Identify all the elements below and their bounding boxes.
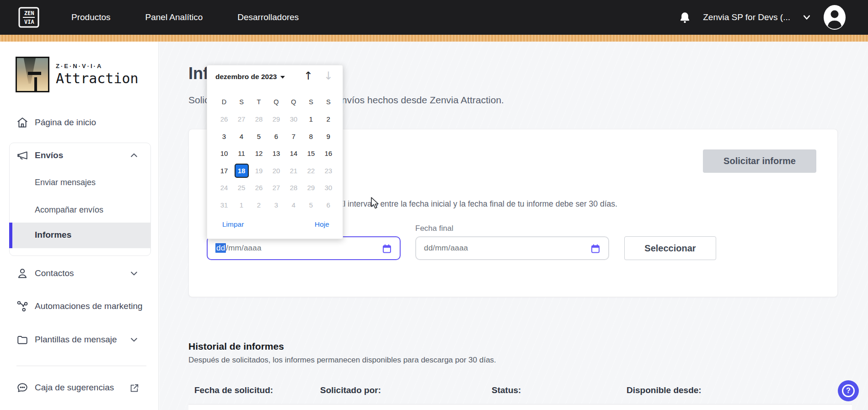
clear-link[interactable]: Limpar [222,220,244,229]
calendar-day[interactable]: 6 [274,133,278,140]
calendar-day[interactable]: 11 [238,149,245,157]
calendar-day[interactable]: 12 [255,149,263,157]
calendar-day[interactable]: 9 [327,133,330,140]
chevron-down-icon[interactable] [802,13,811,22]
sidebar-item-caja-sugerencias[interactable]: Caja de sugerencias [0,378,159,398]
calendar-day: 26 [220,115,228,123]
next-month-button-disabled[interactable]: ↓ [321,68,336,84]
nav-item-panel-analitico[interactable]: Panel Analítico [128,12,220,22]
sidebar-item-enviar-mensajes[interactable]: Enviar mensajes [35,178,96,187]
calendar-day: 19 [255,167,263,175]
weekday-label: D [222,98,226,106]
megaphone-icon [16,149,28,161]
column-header-disponible-desde: Disponible desde: [627,385,702,395]
datepicker-popup: dezembro de 2023 ↑ ↓ D S T Q Q S S 26272… [207,65,343,239]
main-menu: Productos Panel Analítico Desarrolladore… [54,12,316,22]
calendar-day[interactable]: 14 [290,149,298,157]
calendar-day: 20 [273,167,280,175]
weekday-label: T [257,98,261,106]
user-avatar-icon[interactable] [823,5,846,30]
sidebar-item-informes-active[interactable]: Informes [9,223,151,248]
account-switcher[interactable]: Zenvia SP for Devs (... [703,12,790,22]
calendar-day: 5 [309,201,313,209]
month-selector[interactable]: dezembro de 2023 [215,73,285,81]
calendar-day: 1 [240,201,243,209]
calendar-day: 31 [220,201,228,209]
calendar-day: 25 [238,184,246,192]
table-first-row [188,404,852,410]
calendar-day: 26 [255,184,263,192]
calendar-day[interactable]: 3 [222,133,226,140]
fecha-inicial-input[interactable]: dd/mm/aaaa [207,236,401,260]
brand-text: Z·E·N·V·I·A Attraction [56,63,139,86]
sidebar-item-envios[interactable]: Envíos [0,145,159,165]
calendar-day: 3 [274,201,278,209]
weekday-label: S [239,98,244,106]
calendar-day[interactable]: 17 [220,167,228,175]
calendar-day[interactable]: 7 [292,133,295,140]
sidebar-item-label: Plantillas de mensaje [35,335,117,345]
calendar-day[interactable]: 4 [240,133,243,140]
sidebar: Z·E·N·V·I·A Attraction Página de inicio … [0,42,159,410]
history-title: Historial de informes [188,341,284,352]
nav-item-productos[interactable]: Productos [54,12,128,22]
help-button[interactable]: ? [838,380,859,401]
day-segment-selected[interactable]: dd [215,243,226,253]
calendar-day[interactable]: 15 [307,149,315,157]
column-header-solicitado-por: Solicitado por: [320,385,381,395]
fecha-final-input[interactable]: dd/mm/aaaa [415,236,609,260]
weekday-row: D S T Q Q S S [215,95,337,109]
svg-text:VIA: VIA [24,19,34,25]
seleccionar-button[interactable]: Seleccionar [624,236,716,260]
nav-item-desarrolladores[interactable]: Desarrolladores [220,12,316,22]
sidebar-item-label: Caja de sugerencias [35,383,114,393]
attraction-brand-logo[interactable]: Z·E·N·V·I·A Attraction [16,57,139,92]
person-icon [16,267,28,279]
question-mark-icon: ? [842,384,855,397]
home-icon [16,117,28,128]
calendar-day[interactable]: 13 [273,149,280,157]
calendar-icon[interactable] [381,243,392,254]
calendar-day: 23 [325,167,332,175]
sidebar-item-automaciones[interactable]: Automaciones de marketing [0,296,159,316]
calendar-day: 27 [273,184,280,192]
calendar-day[interactable]: 1 [309,115,313,123]
previous-month-button[interactable]: ↑ [300,68,316,84]
sidebar-item-acompanar-envios[interactable]: Acompañar envíos [35,205,103,215]
calendar-day[interactable]: 2 [327,115,330,123]
weekday-label: Q [273,98,279,106]
month-label: dezembro de 2023 [215,73,277,81]
date-placeholder: dd/mm/aaaa [215,244,262,253]
calendar-day: 29 [307,184,315,192]
calendar-icon[interactable] [590,243,601,254]
chevron-down-icon [129,335,139,344]
calendar-day[interactable]: 16 [325,149,332,157]
zenvia-logo[interactable]: ZEN VIA [18,7,39,28]
sidebar-item-label: Automaciones de marketing [35,301,143,311]
calendar-day: 4 [292,201,295,209]
calendar-day-selected[interactable]: 18 [235,164,249,178]
sidebar-item-home[interactable]: Página de inicio [0,112,159,133]
tornado-logo-image [16,57,49,92]
solicitar-informe-button[interactable]: Solicitar informe [703,149,816,173]
weekday-label: S [309,98,313,106]
column-header-fecha-solicitud: Fecha de solicitud: [194,385,273,395]
calendar-day[interactable]: 5 [257,133,261,140]
sidebar-item-label: Contactos [35,268,74,278]
brand-zenvia-label: Z·E·N·V·I·A [56,63,139,69]
sidebar-item-plantillas[interactable]: Plantillas de mensaje [0,330,159,350]
calendar-day: 30 [325,184,332,192]
sidebar-item-contactos[interactable]: Contactos [0,263,159,283]
external-link-icon [129,383,139,392]
chevron-up-icon [129,151,139,160]
calendar-day[interactable]: 8 [309,133,313,140]
calendar-day: 2 [257,201,261,209]
notification-bell-icon[interactable] [679,11,691,24]
sidebar-item-label: Envíos [35,150,63,160]
calendar-grid: 2627282930123456789101112131415161718192… [215,111,337,213]
today-link[interactable]: Hoje [315,220,329,229]
accent-bar [0,35,868,42]
calendar-day[interactable]: 10 [220,149,228,157]
active-indicator [9,223,12,248]
fecha-final-label: Fecha final [415,224,453,233]
